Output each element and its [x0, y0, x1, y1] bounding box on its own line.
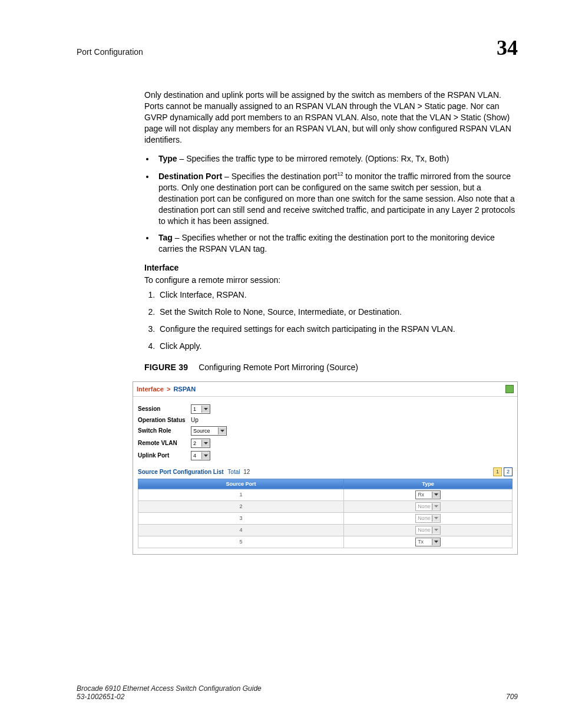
- dropdown-arrow-icon: [432, 539, 440, 545]
- step-3: Configure the required settings for each…: [157, 324, 518, 335]
- screenshot-panel: Interface > RSPAN Session 1 Operation St…: [133, 381, 518, 555]
- dropdown-arrow-icon: [432, 492, 440, 498]
- col-header-source-port: Source Port: [138, 479, 344, 489]
- source-port-table: Source Port Type 1 Rx 2 None 3 N: [138, 479, 513, 548]
- source-port-list-title: Source Port Configuration List Total 12: [138, 469, 250, 475]
- step-1: Click Interface, RSPAN.: [157, 289, 518, 301]
- bullet-destination-port: Destination Port – Specifies the destina…: [155, 170, 518, 226]
- type-select[interactable]: Rx: [415, 490, 441, 499]
- section-running-head: Port Configuration: [77, 47, 143, 57]
- help-icon[interactable]: [505, 385, 514, 393]
- interface-intro: To configure a remote mirror session:: [144, 275, 518, 286]
- uplink-port-select[interactable]: 4: [191, 451, 210, 460]
- footer-left: Brocade 6910 Ethernet Access Switch Conf…: [77, 684, 262, 701]
- type-select[interactable]: None: [415, 514, 441, 523]
- breadcrumb-separator: >: [166, 386, 171, 393]
- type-select[interactable]: None: [415, 526, 441, 535]
- type-select[interactable]: Tx: [415, 538, 441, 546]
- table-row: 5 Tx: [138, 536, 513, 548]
- pager: 1 2: [493, 467, 513, 476]
- list-title-total-value: 12: [243, 469, 250, 475]
- type-select-value: None: [418, 527, 432, 533]
- remote-vlan-select[interactable]: 2: [191, 439, 210, 448]
- session-select-value: 1: [193, 406, 199, 412]
- svg-marker-0: [204, 408, 208, 410]
- bullet-type: Type – Specifies the traffic type to be …: [155, 153, 518, 164]
- type-select-value: None: [418, 503, 432, 509]
- figure-caption-line: FIGURE 39Configuring Remote Port Mirrori…: [144, 363, 518, 372]
- svg-marker-5: [434, 505, 438, 508]
- field-label-remote-vlan: Remote VLAN: [138, 440, 191, 446]
- field-label-session: Session: [138, 406, 191, 412]
- footer-doc-number: 53-1002651-02: [77, 693, 262, 701]
- dropdown-arrow-icon: [201, 406, 210, 413]
- session-select[interactable]: 1: [191, 404, 210, 414]
- op-status-value: Up: [191, 417, 199, 423]
- type-select-value: Rx: [418, 492, 432, 498]
- field-label-op-status: Operation Status: [138, 417, 191, 423]
- pager-page-1[interactable]: 1: [493, 467, 502, 476]
- svg-marker-1: [220, 430, 224, 432]
- table-row: 3 None: [138, 512, 513, 524]
- type-select-value: Tx: [418, 539, 432, 545]
- dropdown-arrow-icon: [432, 503, 440, 510]
- chapter-number: 34: [497, 35, 518, 60]
- term-destination-port: Destination Port: [158, 172, 222, 181]
- type-select[interactable]: None: [415, 502, 441, 511]
- switch-role-select[interactable]: Source: [191, 426, 227, 436]
- breadcrumb: Interface > RSPAN: [137, 386, 196, 393]
- cell-port: 5: [138, 536, 344, 548]
- svg-marker-2: [204, 442, 208, 444]
- switch-role-value: Source: [193, 428, 216, 434]
- svg-marker-4: [434, 493, 438, 496]
- step-2: Set the Switch Role to None, Source, Int…: [157, 307, 518, 318]
- dropdown-arrow-icon: [432, 527, 440, 533]
- table-row: 2 None: [138, 500, 513, 512]
- list-title-main: Source Port Configuration List: [138, 469, 224, 475]
- term-tag: Tag: [158, 233, 173, 242]
- dropdown-arrow-icon: [201, 452, 210, 459]
- cell-port: 1: [138, 489, 344, 500]
- footnote-ref: 12: [337, 171, 343, 177]
- dropdown-arrow-icon: [201, 440, 210, 447]
- figure-caption: Configuring Remote Port Mirroring (Sourc…: [199, 363, 358, 372]
- svg-marker-7: [434, 529, 438, 531]
- table-row: 1 Rx: [138, 489, 513, 500]
- dropdown-arrow-icon: [432, 515, 440, 522]
- cell-port: 3: [138, 512, 344, 524]
- figure-label: FIGURE 39: [144, 363, 188, 372]
- breadcrumb-parent[interactable]: Interface: [137, 386, 164, 393]
- footer-page-number: 709: [506, 693, 518, 701]
- svg-marker-3: [204, 454, 208, 457]
- field-label-switch-role: Switch Role: [138, 427, 191, 434]
- svg-marker-8: [434, 541, 438, 543]
- term-dest-before: – Specifies the destination port: [222, 172, 337, 181]
- list-title-total-label: Total: [227, 469, 240, 475]
- svg-marker-6: [434, 517, 438, 519]
- cell-port: 2: [138, 500, 344, 512]
- uplink-port-value: 4: [193, 453, 199, 459]
- term-type: Type: [158, 154, 177, 163]
- dropdown-arrow-icon: [218, 427, 226, 434]
- col-header-type: Type: [344, 479, 513, 489]
- footer-guide-title: Brocade 6910 Ethernet Access Switch Conf…: [77, 684, 262, 693]
- term-type-desc: – Specifies the traffic type to be mirro…: [177, 154, 449, 163]
- intro-paragraph: Only destination and uplink ports will b…: [144, 90, 518, 145]
- step-4: Click Apply.: [157, 341, 518, 352]
- breadcrumb-child: RSPAN: [173, 386, 196, 393]
- table-row: 4 None: [138, 524, 513, 536]
- section-head-interface: Interface: [144, 263, 518, 272]
- bullet-tag: Tag – Specifies whether or not the traff…: [155, 232, 518, 255]
- term-tag-desc: – Specifies whether or not the traffic e…: [158, 233, 495, 253]
- field-label-uplink-port: Uplink Port: [138, 452, 191, 459]
- remote-vlan-value: 2: [193, 440, 199, 446]
- cell-port: 4: [138, 524, 344, 536]
- pager-page-2[interactable]: 2: [504, 467, 513, 476]
- type-select-value: None: [418, 515, 432, 521]
